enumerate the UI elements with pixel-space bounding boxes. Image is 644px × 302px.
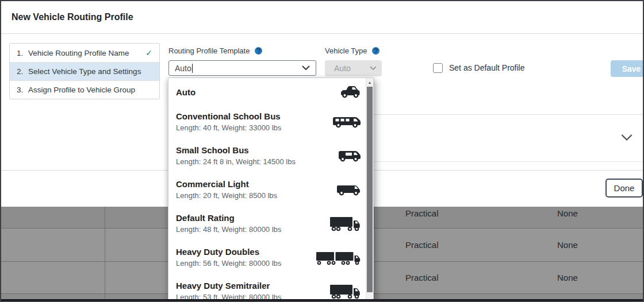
item-subtitle: Length: 40 ft, Weight: 33000 lbs bbox=[176, 123, 327, 133]
help-icon[interactable]: ? bbox=[372, 47, 379, 55]
step-item-profile-name[interactable]: 1. Vehicle Routing Profile Name ✓ bbox=[10, 44, 159, 62]
restriction-cell: None bbox=[557, 272, 578, 282]
small-school-bus-icon bbox=[336, 148, 362, 163]
chevron-down-icon[interactable] bbox=[302, 65, 310, 71]
item-title: Auto bbox=[176, 87, 334, 98]
routing-type-cell: Practical bbox=[405, 208, 439, 218]
dropdown-item-heavy-duty-doubles[interactable]: Heavy Duty Doubles Length: 56 ft, Weight… bbox=[176, 240, 366, 274]
car-icon bbox=[339, 84, 362, 99]
save-button[interactable]: Save bbox=[611, 60, 644, 77]
table-column-border bbox=[105, 207, 105, 299]
set-default-checkbox[interactable] bbox=[433, 63, 443, 73]
step-item-vehicle-group[interactable]: 3. Assign Profile to Vehicle Group bbox=[10, 80, 159, 99]
restriction-cell: None bbox=[557, 239, 578, 249]
double-trailer-truck-icon bbox=[316, 249, 362, 266]
set-default-label: Set as Default Profile bbox=[449, 63, 525, 72]
item-subtitle: Length: 24 ft 8 in, Weight: 14500 lbs bbox=[176, 157, 332, 167]
step-number: 2. bbox=[17, 67, 28, 76]
dropdown-item-heavy-duty-semitrailer[interactable]: Heavy Duty Semitrailer Length: 53 ft, We… bbox=[176, 274, 366, 302]
item-title: Default Rating bbox=[176, 212, 325, 223]
vehicle-type-label: Vehicle Type ? bbox=[325, 47, 379, 55]
semi-truck-icon bbox=[329, 282, 362, 300]
chevron-down-icon bbox=[370, 66, 377, 71]
help-icon[interactable]: ? bbox=[255, 47, 262, 55]
step-number: 1. bbox=[17, 49, 28, 57]
routing-profile-template-label: Routing Profile Template ? bbox=[168, 47, 262, 55]
school-bus-icon bbox=[332, 114, 362, 129]
scrollbar-thumb[interactable] bbox=[367, 87, 373, 292]
dropdown-item-conventional-school-bus[interactable]: Conventional School Bus Length: 40 ft, W… bbox=[176, 104, 366, 138]
dropdown-item-small-school-bus[interactable]: Small School Bus Length: 24 ft 8 in, Wei… bbox=[176, 138, 366, 172]
dropdown-item-list: Auto Conventional School Bus Length: 40 … bbox=[168, 78, 366, 302]
step-number: 3. bbox=[17, 86, 28, 94]
box-truck-icon bbox=[335, 182, 362, 197]
set-default-profile-field: Set as Default Profile bbox=[433, 62, 525, 73]
item-title: Conventional School Bus bbox=[176, 111, 327, 122]
step-label: Assign Profile to Vehicle Group bbox=[28, 86, 135, 94]
vehicle-routing-profile-dialog: New Vehicle Routing Profile 1. Vehicle R… bbox=[0, 0, 644, 302]
step-label: Select Vehicle Type and Settings bbox=[28, 67, 141, 76]
dropdown-item-default-rating[interactable]: Default Rating Length: 48 ft, Weight: 80… bbox=[176, 206, 366, 240]
text-caret bbox=[192, 64, 193, 73]
expand-section-chevron-icon[interactable] bbox=[621, 134, 632, 141]
item-title: Small School Bus bbox=[176, 145, 332, 156]
done-button[interactable]: Done bbox=[605, 179, 643, 198]
item-subtitle: Length: 56 ft, Weight: 80000 lbs bbox=[176, 259, 311, 268]
step-label: Vehicle Routing Profile Name bbox=[28, 49, 129, 57]
item-subtitle: Length: 20 ft, Weight: 8500 lbs bbox=[176, 191, 331, 200]
item-subtitle: Length: 48 ft, Weight: 80000 lbs bbox=[176, 225, 325, 234]
routing-profile-template-input[interactable]: Auto bbox=[168, 60, 316, 76]
wizard-steps: 1. Vehicle Routing Profile Name ✓ 2. Sel… bbox=[9, 43, 160, 99]
bottom-dark-strip bbox=[1, 299, 643, 302]
item-title: Heavy Duty Semitrailer bbox=[176, 280, 325, 291]
dropdown-item-commercial-light[interactable]: Commercial Light Length: 20 ft, Weight: … bbox=[176, 172, 366, 206]
item-title: Commercial Light bbox=[176, 179, 331, 189]
vehicle-type-select: Auto bbox=[325, 60, 382, 76]
dropdown-scrollbar[interactable]: ▲ bbox=[366, 78, 373, 302]
semi-truck-icon bbox=[329, 215, 362, 232]
dropdown-item-auto[interactable]: Auto bbox=[176, 79, 366, 104]
select-value: Auto bbox=[334, 64, 351, 73]
check-icon: ✓ bbox=[145, 48, 152, 57]
step-item-vehicle-type[interactable]: 2. Select Vehicle Type and Settings bbox=[10, 62, 159, 80]
page-title: New Vehicle Routing Profile bbox=[12, 12, 133, 22]
input-value: Auto bbox=[175, 64, 191, 73]
item-title: Heavy Duty Doubles bbox=[176, 246, 311, 257]
scroll-up-icon[interactable]: ▲ bbox=[366, 78, 373, 86]
routing-type-cell: Practical bbox=[405, 239, 439, 249]
dialog-header: New Vehicle Routing Profile bbox=[1, 1, 643, 34]
routing-profile-template-dropdown: Auto Conventional School Bus Length: 40 … bbox=[168, 78, 374, 302]
restriction-cell: None bbox=[557, 208, 578, 218]
routing-type-cell: Practical bbox=[405, 272, 439, 282]
